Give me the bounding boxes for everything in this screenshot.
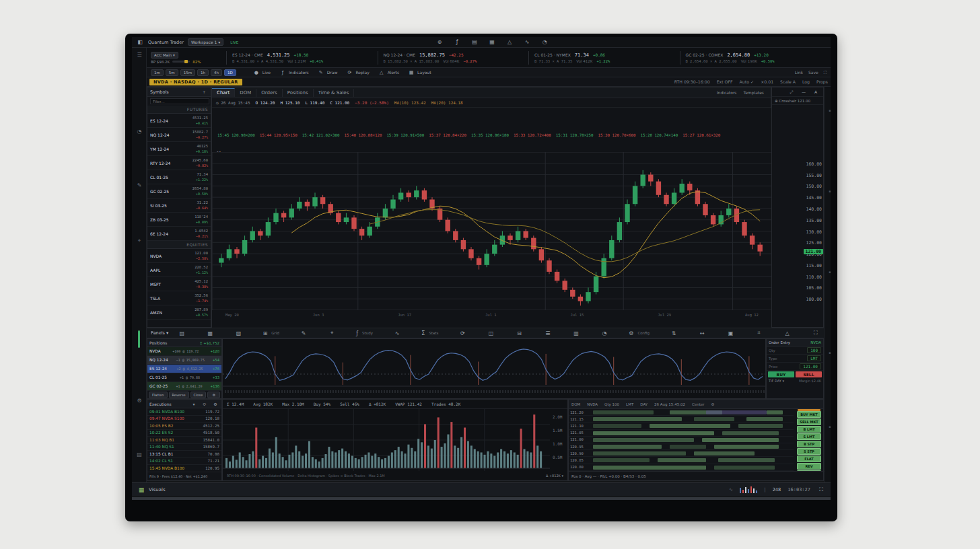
execution-row[interactable]: 10:05 ES B24512.25 xyxy=(147,423,221,430)
chart-right-tab[interactable]: Templates xyxy=(743,90,764,95)
toolbar-right-item[interactable]: Link xyxy=(795,70,803,75)
panel-tool-icon[interactable]: ▤ xyxy=(178,330,186,336)
titlebar-icon[interactable]: ∿ xyxy=(523,39,531,45)
titlebar-icon[interactable]: ⊕ xyxy=(435,39,444,45)
volume-footer-right[interactable]: Δ +812K ▾ xyxy=(546,474,563,478)
toolbar-item[interactable]: ▦Layout xyxy=(407,70,431,75)
quote-section[interactable]: GC 02-25 · COMEX2,654.80+13.20B 2,654.60… xyxy=(680,51,831,65)
execution-row[interactable]: 09:47 NVDA S100120.18 xyxy=(147,416,221,423)
chart-tab[interactable]: Positions xyxy=(283,89,314,97)
panel-tool-icon[interactable]: ⊟ xyxy=(516,330,524,336)
chart-tab[interactable]: Time & Sales xyxy=(314,89,355,97)
toolbar-right-item[interactable]: ⛶ xyxy=(824,70,827,75)
watchlist-row[interactable]: ES 12-244531.25+0.41% xyxy=(147,114,211,128)
dom-quick-button[interactable]: S STP xyxy=(797,448,821,455)
dom-header-item[interactable]: Qty 100 xyxy=(604,402,619,406)
dom-header-item[interactable]: NVDA xyxy=(587,402,598,406)
dom-header-item[interactable]: LMT xyxy=(626,402,633,406)
axis-tool-icon[interactable]: — xyxy=(800,89,808,94)
axis-tool-icon[interactable]: ⤢ xyxy=(788,89,796,95)
watchlist-row[interactable]: NQ 12-2415882.7−0.27% xyxy=(147,128,211,142)
position-action-button[interactable]: Close xyxy=(190,392,207,398)
breadcrumb-item[interactable]: ×0.01 xyxy=(761,79,773,84)
executions-toolbar-icon[interactable]: ▾ xyxy=(190,402,198,406)
dom-header-item[interactable]: Center xyxy=(692,402,705,406)
ticket-field[interactable]: Qty100 xyxy=(767,346,823,355)
dom-row[interactable]: 121.20 xyxy=(569,409,794,416)
workspace-switcher[interactable]: Workspace 1 ▾ xyxy=(188,38,223,46)
dom-quick-button[interactable]: S LMT xyxy=(797,433,821,440)
watchlist-row[interactable]: AMZN207.89+0.57% xyxy=(147,305,211,320)
dom-quick-button[interactable]: B LMT xyxy=(797,426,821,433)
executions-toolbar-icon[interactable]: ⚙ xyxy=(211,402,219,406)
panel-tool-icon[interactable]: ⛶ xyxy=(812,330,820,336)
candlestick-chart[interactable] xyxy=(212,152,772,310)
timeframe-chip[interactable]: 1D xyxy=(224,69,236,76)
timeframe-chip[interactable]: 1m xyxy=(151,69,164,76)
strip-tool-icon[interactable]: ▤ xyxy=(135,451,143,458)
watchlist-row[interactable]: AAPL228.52+1.12% xyxy=(147,263,211,277)
toolbar-item[interactable]: ⟳Replay xyxy=(345,70,369,75)
toolbar-item[interactable]: ƒIndicators xyxy=(279,70,309,75)
chart-tab[interactable]: Chart xyxy=(212,88,235,97)
watchlist-row[interactable]: NVDA121.00−2.58% xyxy=(147,249,211,263)
tif-selector[interactable]: TIF DAY ▾ xyxy=(769,379,784,383)
timeframe-chip[interactable]: 15m xyxy=(180,69,195,76)
toolbar-item[interactable]: ●Live xyxy=(252,70,271,75)
strip-dot-icon[interactable]: ▪ xyxy=(826,351,831,355)
position-action-button[interactable]: Reverse xyxy=(169,392,189,398)
breadcrumb-item[interactable]: RTH 09:30–16:00 xyxy=(674,79,710,84)
dom-ladder[interactable]: 121.20121.15121.10121.05121.00120.95120.… xyxy=(569,409,825,471)
panel-tool-icon[interactable]: ∿ xyxy=(393,330,401,336)
strip-dot-icon[interactable]: ▪ xyxy=(826,270,831,274)
dom-row[interactable]: 121.00 xyxy=(569,437,794,443)
watchlist-row[interactable]: ZB 03-25118'24+0.09% xyxy=(147,213,211,227)
expand-icon[interactable]: ⛶ xyxy=(817,486,825,493)
watchlist-row[interactable]: 6E 12-241.0542−0.21% xyxy=(147,227,211,241)
titlebar-icon[interactable]: ◔ xyxy=(540,39,549,45)
titlebar-icon[interactable]: △ xyxy=(505,39,514,45)
panels-label[interactable]: Panels ▾ xyxy=(151,330,168,336)
panel-tool-icon[interactable]: ▥ xyxy=(572,330,580,336)
position-row[interactable]: NVDA+100 @ 119.72+128 xyxy=(147,347,221,356)
strip-dot-icon[interactable]: ▪ xyxy=(826,425,831,429)
execution-row[interactable]: 15:45 NVDA B100120.95 xyxy=(147,465,221,472)
breadcrumb-item[interactable]: Auto ✓ xyxy=(740,79,755,84)
watchlist-row[interactable]: GC 02-252654.80+0.50% xyxy=(147,184,211,198)
position-action-button[interactable]: Flatten xyxy=(149,392,168,398)
panel-tool-icon[interactable]: ⟳ xyxy=(458,330,466,336)
margin-slider[interactable] xyxy=(172,61,190,63)
ticket-field[interactable]: TypeLMT xyxy=(767,355,823,363)
dom-quick-button[interactable]: FLAT xyxy=(797,455,821,462)
account-selector[interactable]: ACC Main ▾ xyxy=(151,52,178,59)
watchlist-row[interactable]: RTY 12-242245.60−0.82% xyxy=(147,156,211,170)
execution-row[interactable]: 10:22 ES S24518.50 xyxy=(147,430,221,437)
watchlist-row[interactable]: MSFT425.12−0.38% xyxy=(147,277,211,291)
dom-row[interactable]: 120.85 xyxy=(569,457,794,464)
volume-histogram[interactable]: 2.0M1.5M1.0M0.5M xyxy=(223,409,567,471)
axis-tool-icon[interactable]: A xyxy=(812,89,820,94)
position-row[interactable]: CL 01-25+1 @ 70.88+33 xyxy=(147,373,221,382)
watchlist-row[interactable]: CL 01-2571.34+1.22% xyxy=(147,170,211,184)
dom-row[interactable]: 121.15 xyxy=(569,416,794,423)
titlebar-icon[interactable]: ▤ xyxy=(470,39,479,45)
strip-dot-icon[interactable]: ▪ xyxy=(826,189,831,193)
quote-section[interactable]: NQ 12-24 · CME15,882.75−42.25B 15,882.50… xyxy=(378,51,529,65)
execution-row[interactable]: 13:15 CL B170.88 xyxy=(147,451,221,458)
equity-curve-panel[interactable] xyxy=(222,338,766,399)
dom-header-item[interactable]: DOM xyxy=(571,402,580,406)
dom-row[interactable]: 120.95 xyxy=(569,443,794,450)
panel-tool-icon[interactable]: ▣ xyxy=(726,330,734,336)
panel-tool-icon[interactable]: ƒStudy xyxy=(356,330,373,336)
dom-header-item[interactable]: 26 Aug 15:45:02 xyxy=(654,402,685,406)
visuals-icon[interactable]: ▦ xyxy=(137,486,145,493)
panel-tool-icon[interactable]: ◫ xyxy=(487,330,495,336)
watchlist-row[interactable]: TSLA352.56−1.74% xyxy=(147,291,211,305)
dom-row[interactable]: 121.05 xyxy=(569,430,794,437)
panel-tool-icon[interactable]: ⇅ xyxy=(670,330,678,336)
dom-header-item[interactable]: ⚙ xyxy=(711,402,715,406)
strip-slider[interactable] xyxy=(138,330,140,348)
position-row[interactable]: NQ 12-24−1 @ 15,869.75+54 xyxy=(147,356,221,365)
position-row[interactable]: ES 12-24+2 @ 4,512.25+76 xyxy=(147,365,221,373)
panel-tool-icon[interactable]: ΣStats xyxy=(421,330,438,336)
